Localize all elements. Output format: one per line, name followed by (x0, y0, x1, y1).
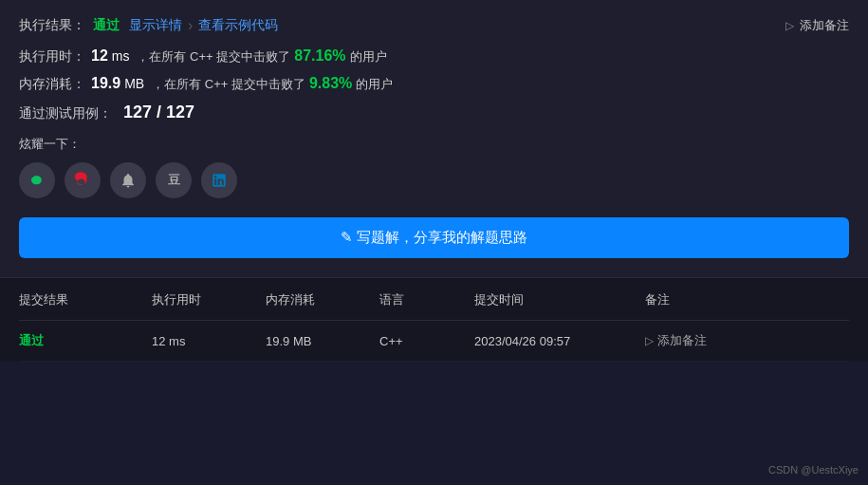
col-header-submit-time: 提交时间 (474, 291, 645, 308)
write-solution-button[interactable]: ✎ 写题解，分享我的解题思路 (19, 217, 849, 258)
time-pct: 87.16% (294, 47, 345, 65)
linkedin-icon[interactable] (201, 162, 237, 198)
add-note-label: 添加备注 (800, 17, 849, 34)
col-header-result: 提交结果 (19, 291, 152, 308)
row-lang: C++ (379, 334, 474, 348)
row-submit-time: 2023/04/26 09:57 (474, 334, 645, 348)
bell-icon[interactable] (110, 162, 146, 198)
col-header-note: 备注 (645, 291, 849, 308)
time-desc: ，在所有 C++ 提交中击败了 (137, 48, 290, 65)
row-memory: 19.9 MB (266, 334, 379, 348)
row-time: 12 ms (152, 334, 266, 348)
col-header-time: 执行用时 (152, 291, 266, 308)
row-result: 通过 (19, 332, 152, 349)
time-unit: ms (112, 48, 130, 64)
col-header-lang: 语言 (379, 291, 474, 308)
test-case-value: 127 / 127 (123, 103, 194, 122)
mem-desc: ，在所有 C++ 提交中击败了 (152, 76, 305, 93)
social-icons: 豆 (19, 162, 849, 198)
result-row: 执行结果： 通过 显示详情 › 查看示例代码 ▷ 添加备注 (19, 17, 849, 34)
time-value: 12 (91, 47, 108, 65)
mem-pct: 9.83% (309, 75, 352, 92)
watermark: CSDN @UestcXiye (768, 464, 859, 476)
detail-link[interactable]: 显示详情 (129, 17, 182, 34)
table-row: 通过 12 ms 19.9 MB C++ 2023/04/26 09:57 ▷ … (19, 321, 849, 362)
top-panel: 执行结果： 通过 显示详情 › 查看示例代码 ▷ 添加备注 执行用时： 12 m… (0, 0, 868, 278)
mem-desc-end: 的用户 (356, 76, 393, 93)
status-pass: 通过 (93, 17, 120, 34)
weixin-icon[interactable] (19, 162, 55, 198)
memory-row: 内存消耗： 19.9 MB ，在所有 C++ 提交中击败了 9.83% 的用户 (19, 75, 849, 93)
row-note-label: 添加备注 (657, 332, 707, 349)
mem-unit: MB (124, 76, 144, 91)
time-row: 执行用时： 12 ms ，在所有 C++ 提交中击败了 87.16% 的用户 (19, 47, 849, 65)
example-link[interactable]: 查看示例代码 (198, 17, 278, 34)
col-header-memory: 内存消耗 (266, 291, 379, 308)
result-label: 执行结果： (19, 17, 85, 34)
flag-icon: ▷ (785, 19, 794, 32)
row-note-flag-icon: ▷ (645, 334, 654, 347)
separator: › (188, 17, 193, 34)
time-desc-end: 的用户 (350, 48, 387, 65)
test-case-row: 通过测试用例： 127 / 127 (19, 103, 849, 122)
mem-value: 19.9 (91, 75, 120, 92)
test-case-label: 通过测试用例： (19, 105, 112, 122)
douban-icon[interactable]: 豆 (156, 162, 192, 198)
share-label: 炫耀一下： (19, 136, 849, 153)
weibo-icon[interactable] (65, 162, 101, 198)
time-label: 执行用时： (19, 48, 85, 65)
table-header: 提交结果 执行用时 内存消耗 语言 提交时间 备注 (19, 278, 849, 321)
row-note-btn[interactable]: ▷ 添加备注 (645, 332, 849, 349)
add-note-button[interactable]: ▷ 添加备注 (785, 17, 849, 34)
bottom-panel: 提交结果 执行用时 内存消耗 语言 提交时间 备注 通过 12 ms 19.9 … (0, 278, 868, 362)
mem-label: 内存消耗： (19, 76, 85, 93)
